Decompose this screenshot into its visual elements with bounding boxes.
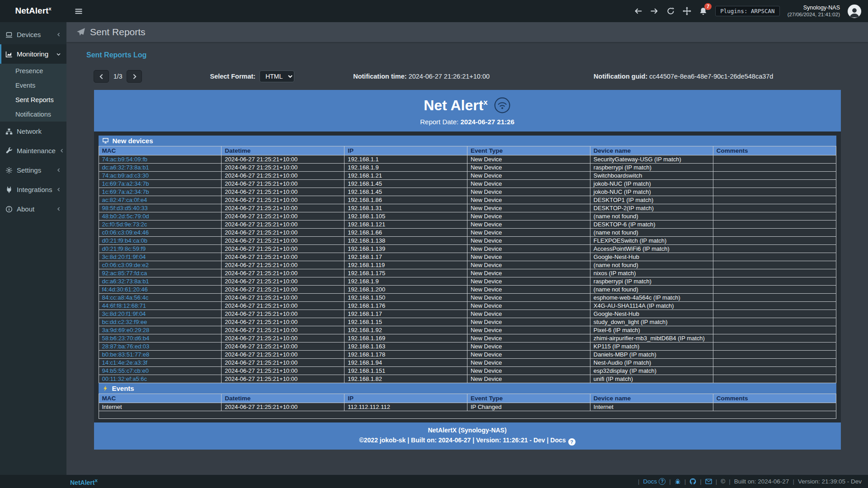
sidebar-item-network[interactable]: Network (0, 122, 66, 141)
user-avatar[interactable] (848, 5, 861, 18)
mac-link[interactable]: 14:c1:4e:2e:a3:3f (102, 359, 147, 366)
footer-docs-link[interactable]: Docs (643, 478, 666, 485)
mac-link[interactable]: 74:ac:b9:ad:c3:30 (102, 172, 149, 179)
sidebar-item-sent-reports[interactable]: Sent Reports (0, 93, 66, 107)
sidebar-item-integrations[interactable]: Integrations (0, 180, 66, 199)
footer-github-link[interactable] (689, 478, 696, 485)
network-icon (5, 128, 13, 135)
mac-link[interactable]: 1c:69:7a:a2:34:7b (102, 188, 149, 195)
paper-plane-icon (76, 28, 85, 37)
mac-link[interactable]: 3c:8d:20:f1:9f:04 (102, 253, 146, 260)
mac-cell: bc:dd:c2:32:f9:ee (99, 318, 222, 326)
mac-link[interactable]: 84:cc:a8:4a:56:4c (102, 294, 149, 301)
brand-text: NetAlert (15, 6, 48, 16)
event-type-cell: New Device (467, 229, 590, 237)
notifications-bell-button[interactable]: 7 (699, 7, 708, 15)
ip-cell: 192.168.1.175 (344, 269, 467, 277)
mac-link[interactable]: 00:11:32:ef:a5:6c (102, 375, 147, 382)
mac-link[interactable]: 74:ac:b9:54:09:fb (102, 156, 147, 163)
sidebar-item-maintenance[interactable]: Maintenance (0, 141, 66, 160)
copyright-icon: © (721, 478, 725, 485)
arrow-right-icon (650, 7, 659, 15)
mac-link[interactable]: f4:4d:30:61:20:46 (102, 286, 148, 293)
ip-cell: 192.168.1.9 (344, 277, 467, 286)
sent-reports-log-link[interactable]: Sent Reports Log (86, 51, 146, 59)
table-row: dc:a6:32:73:8a:b1 2024-06-27 21:25:21+10… (99, 164, 836, 172)
mac-cell: 1c:69:7a:a2:34:7b (99, 180, 222, 188)
mac-link[interactable]: ac:82:47:ca:0f:e4 (102, 197, 147, 203)
datetime-cell: 2024-06-27 21:25:21+10:00 (222, 403, 344, 411)
comments-cell (713, 196, 836, 204)
chevron-right-icon (132, 74, 137, 80)
nav-back-button[interactable] (634, 7, 642, 15)
chevron-down-icon (56, 50, 61, 58)
chevron-left-icon (57, 166, 61, 174)
mac-link[interactable]: 28:87:ba:76:ed:03 (102, 343, 150, 350)
comments-cell (713, 334, 836, 343)
device-name-cell: SecurityGateway-USG (IP match) (590, 155, 713, 164)
sidebar-item-monitoring[interactable]: Monitoring (0, 44, 66, 64)
comments-cell (713, 172, 836, 180)
plugins-status-badge[interactable]: Plugins: ARPSCAN (715, 6, 779, 16)
next-page-button[interactable] (127, 70, 142, 83)
mac-link[interactable]: 98:5f:d3:d5:40:33 (102, 205, 148, 211)
sidebar-toggle-button[interactable] (75, 7, 83, 15)
comments-cell (713, 253, 836, 261)
datetime-cell: 2024-06-27 21:25:21+10:00 (222, 269, 344, 277)
mac-link[interactable]: 2c:f0:5d:9e:73:2c (102, 221, 147, 228)
mac-link[interactable]: 1c:69:7a:a2:34:7b (102, 180, 149, 187)
comments-cell (713, 277, 836, 286)
mac-link[interactable]: 58:b6:23:70:d6:b4 (102, 335, 150, 342)
separator: | (793, 478, 794, 485)
sidebar-item-settings[interactable]: Settings (0, 160, 66, 180)
nav-refresh-button[interactable] (666, 7, 675, 15)
footer-bug-link[interactable] (675, 479, 681, 485)
col-header-datetime: Datetime (222, 146, 344, 155)
footer-mail-link[interactable] (705, 479, 712, 484)
mac-cell: 3c:8d:20:f1:9f:04 (99, 310, 222, 318)
ip-cell: 192.168.1.200 (344, 286, 467, 294)
mac-link[interactable]: 44:6f:f8:12:68:71 (102, 302, 146, 309)
mac-link[interactable]: 94:b5:55:c7:cb:e0 (102, 367, 149, 374)
col-header-comments: Comments (713, 146, 836, 155)
footer-brand-link[interactable]: NetAlertx (70, 477, 98, 486)
footer-version: Version: 21:39:05 - Dev (798, 478, 862, 485)
sidebar-item-label: Devices (17, 31, 41, 38)
format-select[interactable]: HTML (259, 70, 294, 82)
mac-link[interactable]: 3a:9d:69:e0:29:28 (102, 327, 150, 333)
events-body: Internet 2024-06-27 21:25:21+10:00 112.1… (99, 403, 836, 411)
prev-page-button[interactable] (94, 70, 109, 83)
event-type-cell: New Device (467, 164, 590, 172)
col-header-event-type: Event Type (467, 394, 590, 403)
device-name-cell: Internet (590, 403, 713, 411)
docs-help-icon[interactable] (568, 438, 576, 446)
mac-link[interactable]: dc:a6:32:73:8a:b1 (102, 164, 149, 171)
mac-link[interactable]: d0:21:f9:8c:59:f9 (102, 245, 146, 252)
mac-link[interactable]: 92:ac:85:77:fd:ca (102, 270, 147, 277)
notification-time: Notification time: 2024-06-27 21:26:21+1… (353, 73, 490, 80)
mac-link[interactable]: b0:be:83:51:77:e8 (102, 351, 150, 358)
event-type-cell: New Device (467, 172, 590, 180)
col-header-datetime: Datetime (222, 394, 344, 403)
sidebar-item-presence[interactable]: Presence (0, 64, 66, 78)
comments-cell (713, 245, 836, 253)
mac-link[interactable]: 3c:8d:20:f1:9f:04 (102, 310, 146, 317)
mac-link[interactable]: bc:dd:c2:32:f9:ee (102, 319, 147, 325)
sidebar-item-events[interactable]: Events (0, 78, 66, 93)
nav-forward-button[interactable] (650, 7, 659, 15)
mac-link[interactable]: c0:06:c3:09:e4:46 (102, 229, 149, 236)
report-controls: 1/3 Select Format: HTML Notification tim… (66, 70, 868, 83)
mac-link[interactable]: d0:21:f9:b4:ca:0b (102, 237, 147, 244)
sidebar-item-notifications[interactable]: Notifications (0, 107, 66, 122)
gear-icon (5, 167, 13, 174)
bug-icon (675, 479, 681, 485)
app-logo[interactable]: NetAlertx (0, 6, 66, 16)
new-devices-section-header: New devices (99, 136, 836, 146)
sidebar-item-devices[interactable]: Devices (0, 25, 66, 44)
mac-link[interactable]: dc:a6:32:73:8a:b1 (102, 278, 149, 285)
mac-link[interactable]: 48:b0:2d:5c:79:0d (102, 213, 149, 220)
nav-move-button[interactable] (683, 7, 691, 15)
chevron-left-icon (99, 74, 104, 80)
mac-link[interactable]: c0:06:c3:09:de:e2 (102, 262, 149, 268)
sidebar-item-about[interactable]: About (0, 199, 66, 219)
